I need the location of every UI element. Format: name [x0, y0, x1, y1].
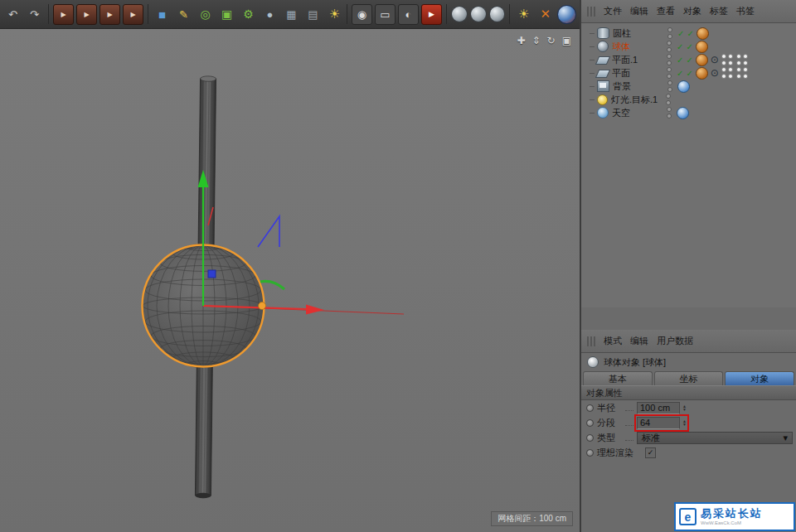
- shading-sphere-icon[interactable]: [489, 6, 506, 22]
- object-label[interactable]: 背景: [613, 80, 667, 93]
- axis-tool-icon[interactable]: ✕: [536, 5, 555, 24]
- ideal-render-checkbox[interactable]: ✓: [645, 447, 656, 458]
- phong-tag-icon[interactable]: [696, 27, 709, 40]
- shading-sphere-icon[interactable]: [470, 6, 487, 22]
- render-camera-icon[interactable]: ▶: [421, 4, 442, 25]
- object-label[interactable]: 平面.1: [612, 54, 667, 66]
- enabled-check-icon[interactable]: ✓: [686, 42, 692, 51]
- visibility-dots[interactable]: [667, 54, 672, 65]
- enabled-check-icon[interactable]: ✓: [677, 56, 683, 65]
- edit-render-settings-icon[interactable]: ◐: [398, 4, 419, 25]
- enabled-check-icon[interactable]: ✓: [686, 69, 692, 78]
- object-row-plane1[interactable]: 平面.1 ✓ ✓ ⊙: [581, 53, 796, 66]
- om-menu-edit[interactable]: 编辑: [630, 5, 648, 17]
- om-menu-file[interactable]: 文件: [604, 5, 622, 17]
- pan-view-icon[interactable]: ✚: [517, 36, 525, 46]
- visibility-dots[interactable]: [667, 67, 672, 79]
- radius-input[interactable]: 100 cm: [637, 402, 680, 414]
- enabled-check-icon[interactable]: ✓: [686, 56, 692, 65]
- light-tool-icon[interactable]: ☀: [514, 5, 533, 24]
- subdivision-surface-icon[interactable]: ◎: [196, 5, 215, 24]
- spline-pen-icon[interactable]: ✎: [174, 5, 193, 24]
- visibility-dots[interactable]: [667, 41, 672, 52]
- texture-tag-icon[interactable]: [677, 107, 689, 119]
- object-label[interactable]: 天空: [612, 107, 667, 119]
- panel-grip-icon[interactable]: [587, 7, 595, 17]
- object-row-cylinder[interactable]: 圆柱 ✓ ✓: [581, 27, 796, 40]
- radius-stepper[interactable]: ▲▼: [682, 404, 687, 411]
- keyframe-dot-icon[interactable]: [586, 434, 594, 442]
- object-row-sky[interactable]: 天空: [581, 106, 796, 119]
- om-menu-objects[interactable]: 对象: [683, 5, 701, 17]
- compositing-tag-icon[interactable]: [721, 67, 734, 80]
- array-icon[interactable]: ▣: [217, 5, 236, 24]
- perspective-viewport[interactable]: ✚ ⇕ ↻ ▣ 网格间距：100 cm: [0, 29, 580, 532]
- om-menu-tags[interactable]: 标签: [710, 5, 728, 17]
- object-label-selected[interactable]: 球体: [612, 41, 667, 53]
- type-dropdown[interactable]: 标准 ▾: [637, 432, 793, 444]
- enabled-check-icon[interactable]: ✓: [677, 69, 683, 78]
- visibility-dots[interactable]: [666, 94, 671, 105]
- phong-tag-icon[interactable]: [696, 54, 708, 66]
- om-menu-view[interactable]: 查看: [657, 5, 675, 17]
- keyframe-dot-icon[interactable]: [586, 449, 594, 457]
- navigation-ball-icon[interactable]: [557, 5, 576, 24]
- metaball-icon[interactable]: ●: [260, 5, 279, 24]
- phong-tag-icon[interactable]: [696, 41, 708, 53]
- am-menu-edit[interactable]: 编辑: [630, 335, 648, 347]
- enabled-check-icon[interactable]: ✓: [677, 29, 684, 38]
- keyframe-dot-icon[interactable]: [586, 419, 594, 427]
- render-picture-viewer-icon[interactable]: ▶: [76, 4, 97, 25]
- render-settings-icon[interactable]: ▶: [100, 4, 120, 25]
- rotate-view-icon[interactable]: ↻: [547, 36, 556, 46]
- rotate-band[interactable]: [260, 281, 284, 289]
- phong-tag-icon[interactable]: [696, 67, 708, 80]
- cube-primitive-icon[interactable]: ■: [153, 5, 172, 24]
- object-row-background[interactable]: 背景: [581, 80, 796, 93]
- redo-icon[interactable]: ↷: [25, 5, 44, 24]
- scale-handle[interactable]: [259, 302, 266, 310]
- am-menu-mode[interactable]: 模式: [604, 335, 622, 347]
- target-tag-icon[interactable]: ⊙: [711, 68, 719, 79]
- render-view-icon[interactable]: ▶: [53, 4, 74, 25]
- compositing-tag-icon[interactable]: [736, 67, 749, 80]
- undo-icon[interactable]: ↶: [3, 5, 22, 24]
- toggle-view-icon[interactable]: ▣: [562, 36, 571, 46]
- zoom-view-icon[interactable]: ⇕: [532, 36, 541, 46]
- enabled-check-icon[interactable]: ✓: [687, 29, 693, 38]
- deformer-icon[interactable]: ⚙: [239, 5, 258, 24]
- object-properties-header[interactable]: 对象属性: [581, 385, 796, 400]
- render-queue-icon[interactable]: ▶: [123, 4, 143, 25]
- floor-icon[interactable]: ▦: [282, 5, 301, 24]
- render-active-view-icon[interactable]: ◉: [352, 4, 372, 25]
- tab-coordinates[interactable]: 坐标: [654, 371, 724, 385]
- keyframe-dot-icon[interactable]: [586, 404, 594, 412]
- target-tag-icon[interactable]: ⊙: [711, 55, 719, 65]
- object-label[interactable]: 圆柱: [613, 27, 667, 40]
- object-row-light-target[interactable]: 灯光.目标.1: [581, 93, 796, 106]
- texture-tag-icon[interactable]: [677, 80, 690, 93]
- compositing-tag-icon[interactable]: [736, 54, 749, 66]
- tab-basic[interactable]: 基本: [583, 371, 653, 385]
- object-label[interactable]: 灯光.目标.1: [611, 94, 666, 106]
- visibility-dots[interactable]: [667, 27, 672, 39]
- render-to-picture-viewer-icon[interactable]: ▭: [375, 4, 396, 25]
- om-menu-bookmarks[interactable]: 书签: [736, 5, 755, 17]
- object-row-plane[interactable]: 平面 ✓ ✓ ⊙: [581, 66, 796, 80]
- compositing-tag-icon[interactable]: [721, 54, 734, 66]
- tab-object[interactable]: 对象: [725, 371, 794, 385]
- plane-handle[interactable]: [208, 270, 216, 278]
- visibility-dots[interactable]: [667, 80, 672, 92]
- segments-input[interactable]: 64: [637, 417, 680, 429]
- object-label[interactable]: 平面: [612, 67, 667, 80]
- camera-icon[interactable]: ▤: [303, 5, 323, 24]
- am-menu-userdata[interactable]: 用户数据: [657, 335, 693, 347]
- panel-grip-icon[interactable]: [587, 336, 595, 346]
- x-axis-arrow[interactable]: [306, 305, 324, 315]
- enabled-check-icon[interactable]: ✓: [677, 42, 683, 51]
- object-row-sphere[interactable]: 球体 ✓ ✓: [581, 40, 796, 53]
- visibility-dots[interactable]: [667, 107, 672, 118]
- light-icon[interactable]: ☀: [325, 5, 344, 24]
- segments-stepper[interactable]: ▲▼: [682, 419, 687, 426]
- shading-sphere-icon[interactable]: [451, 6, 468, 22]
